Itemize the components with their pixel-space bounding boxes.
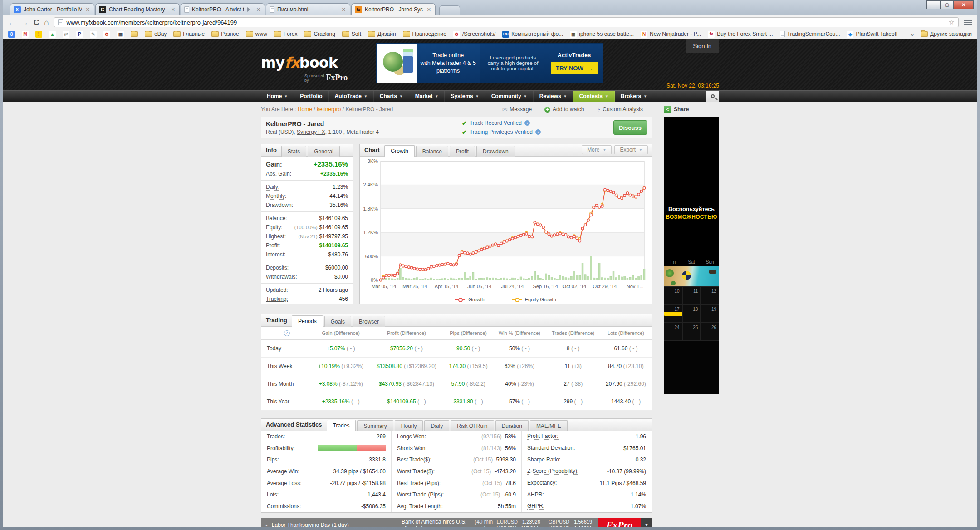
tab-profit[interactable]: Profit [450,146,475,157]
legend-item[interactable]: Equity Growth [512,297,556,302]
bookmark-item[interactable]: NNew Ninjatrader - P... [641,31,701,38]
maximize-button[interactable]: ▢ [940,0,954,9]
info-label[interactable]: Monthly: [266,193,286,199]
news-ticker[interactable]: Bank of America hires U.S. officials for… [395,519,497,527]
bookmark-item[interactable]: Разное [211,31,239,37]
bookmark-item[interactable]: ▥ [117,31,124,38]
browser-tab[interactable]: GChart Reading Mastery - T✕ [95,3,180,15]
growth-chart[interactable]: 0%600%1.2K%1.8K%2.4K%3K%Mar 05, '14Mar 2… [360,157,652,292]
browser-tab[interactable]: KeltnerPRO - A twist to✕ [181,3,265,15]
help-icon[interactable]: ? [284,330,290,336]
nav-item-market[interactable]: Market▼ [409,91,445,102]
fxpro-logo[interactable]: FxPro [598,518,641,527]
breadcrumb-item[interactable]: keltnerpro [317,106,341,113]
close-button[interactable]: ✕ [954,0,974,9]
try-now-button[interactable]: TRY NOW→ [551,62,598,74]
stat-label[interactable]: Z-Score (Probability): [527,468,578,475]
bookmark-item[interactable]: ▥iphone 5s case batte... [570,31,634,38]
info-label[interactable]: Tracking: [266,296,288,302]
tab-close-icon[interactable]: ✕ [170,7,176,13]
myfxbook-logo[interactable]: myfxbook [261,54,338,71]
stat-label[interactable]: AHPR: [527,491,544,498]
bookmark-item[interactable]: Дизайн [368,31,396,37]
bookmarks-overflow-button[interactable]: » [911,31,914,38]
legend-item[interactable]: Growth [455,297,484,302]
other-bookmarks-folder[interactable]: Другие закладки [921,31,972,37]
stat-label[interactable]: Profit Factor: [527,433,559,440]
broker-link[interactable]: Synergy FX [297,129,325,135]
tab-trades[interactable]: Trades [327,420,356,431]
info-label[interactable]: Daily: [266,184,279,190]
tab-growth[interactable]: Growth [384,145,415,157]
tab-goals[interactable]: Goals [324,316,351,327]
nav-item-autotrade[interactable]: AutoTrade▼ [329,91,374,102]
browser-tab[interactable]: Письмо.html✕ [266,3,350,15]
action-add-to-watch[interactable]: +Add to watch [544,106,584,113]
bookmark-star-icon[interactable]: ☆ [949,18,955,26]
bookmark-item[interactable]: Главные [173,31,205,37]
export-button[interactable]: Export▼ [614,145,648,154]
stat-label[interactable]: GHPR: [527,503,544,510]
bookmark-item[interactable]: Cracking [304,31,335,37]
tab-browser[interactable]: Browser [353,316,385,327]
tab-general[interactable]: General [308,146,340,157]
breadcrumb-item[interactable]: Home [298,106,312,113]
tab-close-icon[interactable]: ✕ [255,7,261,13]
nav-search-button[interactable] [706,91,719,102]
nav-item-systems[interactable]: Systems▼ [445,91,485,102]
nav-item-community[interactable]: Community▼ [485,91,534,102]
bookmark-item[interactable]: 8 [8,31,15,38]
bookmark-item[interactable]: ⚙/Screenshots/ [453,31,495,38]
back-button[interactable]: ← [8,19,16,26]
address-bar[interactable]: www.myfxbook.com/members/keltnerpro/kelt… [54,17,959,27]
stat-label[interactable]: Standard Deviation: [527,445,575,451]
tab-balance[interactable]: Balance [416,146,448,157]
bookmark-item[interactable]: Soft [342,31,361,37]
bookmark-item[interactable]: Праноедение [403,31,446,37]
more-button[interactable]: More▼ [582,145,612,154]
tab-summary[interactable]: Summary [357,420,393,431]
bookmark-item[interactable]: fxBuy the Forex Smart ... [708,31,773,38]
ticker-collapse-button[interactable]: ▼ [641,518,652,527]
tab-drawdown[interactable]: Drawdown [476,146,515,157]
bookmark-item[interactable] [131,31,138,37]
tab-close-icon[interactable]: ✕ [85,7,91,13]
bookmark-item[interactable]: eBay [145,31,167,37]
nav-item-charts[interactable]: Charts▼ [374,91,409,102]
tab-periods[interactable]: Periods [292,315,323,327]
browser-tab[interactable]: 8John Carter - Portfolio Ma✕ [10,3,94,15]
nav-item-contests[interactable]: Contests▼ [573,91,615,102]
tab-duration[interactable]: Duration [495,420,529,431]
nav-item-brokers[interactable]: Brokers▼ [615,91,653,102]
bookmark-item[interactable]: ✎ [90,31,97,38]
nav-item-home[interactable]: Home▼ [261,91,294,102]
tab-hourly[interactable]: Hourly [395,420,423,431]
minimize-button[interactable]: — [926,0,940,9]
bookmark-item[interactable]: M [22,31,29,38]
tab-close-icon[interactable]: ✕ [341,7,347,13]
browser-tab[interactable]: fxKeltnerPRO - Jared System✕ [351,3,436,15]
nav-item-portfolio[interactable]: Portfolio [294,91,328,102]
side-ad-banner[interactable]: Воспользуйтесь возможностью FriSatSun [664,117,719,394]
bookmark-item[interactable]: RuКомпьютерный фо... [502,31,563,38]
tab-close-icon[interactable]: ✕ [426,7,432,13]
bookmark-item[interactable]: TradingSeminarCou... [780,31,840,37]
fxpro-sponsor-logo[interactable]: FxPro [326,73,348,83]
home-button[interactable]: ⌂ [44,19,49,26]
info-label[interactable]: Abs. Gain: [266,171,291,177]
share-button[interactable]: < Share [664,106,719,113]
bookmark-item[interactable]: Forex [274,31,298,37]
bookmark-item[interactable]: ▲ [49,31,56,38]
info-icon[interactable]: i [524,120,530,126]
sign-in-button[interactable]: Sign In [686,39,719,53]
info-icon[interactable]: i [535,129,541,135]
bookmark-item[interactable]: ⇄ [63,31,69,38]
new-tab-button[interactable] [439,5,460,15]
bookmark-item[interactable]: www [246,31,267,37]
discuss-button[interactable]: Discuss [613,120,647,135]
stat-label[interactable]: Sharpe Ratio: [527,456,560,463]
bookmark-item[interactable]: ⚙ [103,31,110,38]
info-label[interactable]: Gain: [266,161,282,168]
tab-risk-of-ruin[interactable]: Risk Of Ruin [451,420,494,431]
bookmark-item[interactable]: ◆PlanSwift Takeoff So... [847,31,897,38]
